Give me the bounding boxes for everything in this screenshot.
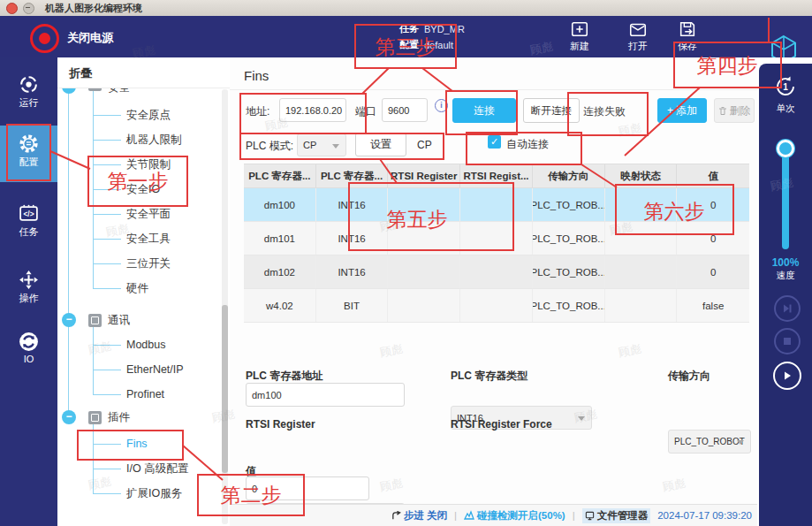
auto-connect-label: 自动连接 <box>506 137 549 152</box>
add-button[interactable]: +添加 <box>657 98 707 123</box>
power-button[interactable] <box>30 24 59 53</box>
tree-item-safety-io[interactable]: 安全IO <box>57 178 230 201</box>
tree-item-three-position-switch[interactable]: 三位开关 <box>57 252 230 275</box>
tree-node-communication[interactable]: − 通讯 <box>57 309 225 332</box>
step-forward-button[interactable] <box>774 295 801 322</box>
plc-mode-current-text: CP <box>417 139 432 151</box>
separator: | <box>573 510 575 521</box>
collapse-toggle-icon[interactable] <box>62 88 76 94</box>
play-button[interactable] <box>773 362 801 390</box>
add-button-label: 添加 <box>676 103 697 118</box>
run-control-panel: 1 单次 100% 速度 <box>759 64 812 526</box>
cell-rtsi-register <box>388 222 460 255</box>
tree-scrollbar-thumb[interactable] <box>222 305 228 473</box>
cell-map-state <box>605 222 678 255</box>
divider <box>230 89 757 90</box>
tree-item-robot-limit[interactable]: 机器人限制 <box>57 128 230 151</box>
speed-slider-handle[interactable] <box>777 140 794 157</box>
table-row[interactable]: dm102 INT16 PLC_TO_ROB... 0 <box>244 255 749 289</box>
cell-direction: PLC_TO_ROB... <box>533 188 605 221</box>
tree-item-modbus[interactable]: Modbus <box>57 333 230 356</box>
collapse-toggle-icon[interactable]: − <box>62 410 76 424</box>
tree-item-label: 安全平面 <box>126 207 171 222</box>
cell-rtsi-force <box>460 188 533 221</box>
form-label-rtsi-register: RTSI Register <box>246 418 315 431</box>
tree-item-extended-io-service[interactable]: 扩展IO服务 <box>57 482 230 505</box>
step-mode-status[interactable]: 步进 关闭 <box>391 509 447 522</box>
config-label: 配置 <box>399 38 419 51</box>
cell-direction: PLC_TO_ROB... <box>533 255 605 288</box>
plc-address-input[interactable]: dm100 <box>246 383 405 407</box>
table-row-selected[interactable]: dm100 INT16 PLC_TO_ROB... 0 <box>244 188 749 222</box>
tree-item-joint-limit[interactable]: 关节限制 <box>57 153 230 176</box>
power-icon <box>39 33 50 44</box>
cell-rtsi-register <box>388 255 460 288</box>
sidebar-item-config[interactable]: 配置 <box>0 126 57 182</box>
single-cycle-icon[interactable]: 1 <box>773 74 798 99</box>
tree-item-label: 三位开关 <box>126 256 171 271</box>
collapse-button[interactable]: 折叠 <box>69 65 92 81</box>
table-row[interactable]: dm101 INT16 PLC_TO_ROB... 0 <box>244 222 749 255</box>
disconnect-button[interactable]: 断开连接 <box>523 98 580 123</box>
sidebar-item-run[interactable]: 运行 <box>0 70 57 121</box>
auto-connect-checkbox[interactable]: ✓ <box>488 135 501 149</box>
column-header[interactable]: PLC 寄存器... <box>316 164 389 187</box>
tree-item-label: 关节限制 <box>126 157 171 172</box>
tree-item-label: Modbus <box>126 339 165 351</box>
port-input[interactable]: 9600 <box>382 98 428 122</box>
right-column: 1 单次 100% 速度 <box>757 57 812 526</box>
tree-node-clipped: 安全 <box>57 88 216 96</box>
tree-item-hardware[interactable]: 硬件 <box>57 277 230 300</box>
tree-item-safety-tool[interactable]: 安全工具 <box>57 227 230 250</box>
column-header[interactable]: 传输方向 <box>533 164 605 187</box>
open-button[interactable]: 打开 <box>615 19 661 53</box>
safety-group-icon <box>88 88 102 91</box>
delete-button[interactable]: 删除 <box>714 98 755 123</box>
table-row[interactable]: w4.02 BIT PLC_TO_ROB... false <box>244 289 749 323</box>
value-input[interactable]: 0 <box>246 476 369 500</box>
cell-value: 0 <box>677 188 749 221</box>
collapse-toggle-icon[interactable]: − <box>62 313 76 327</box>
step-arrow-icon <box>391 511 401 521</box>
set-button[interactable]: 设置 <box>355 133 406 156</box>
stop-button[interactable] <box>774 328 801 354</box>
address-input[interactable]: 192.168.0.20 <box>279 98 346 122</box>
trash-icon <box>718 106 727 116</box>
direction-select[interactable]: PLC_TO_ROBOT <box>668 430 751 454</box>
tree-item-safety-origin[interactable]: 安全原点 <box>57 103 230 126</box>
column-header[interactable]: RTSI Register <box>388 164 460 187</box>
collision-detect-status[interactable]: 碰撞检测开启(50%) <box>464 509 565 522</box>
connect-button[interactable]: 连接 <box>452 98 516 123</box>
new-button[interactable]: 新建 <box>557 19 603 53</box>
save-button[interactable]: 保存 <box>664 19 710 53</box>
speed-slider[interactable] <box>782 143 789 249</box>
config-tree-panel: 折叠 安全 安全原点 机器人限制 关节限制 安全IO 安全平面 安全工具 三位开… <box>57 57 231 526</box>
io-cycle-icon <box>18 331 40 353</box>
tree-scrollbar[interactable] <box>222 89 228 524</box>
sidebar-item-operate[interactable]: 操作 <box>0 265 57 316</box>
tree-node-plugin[interactable]: − 插件 <box>57 406 225 429</box>
delete-button-label: 删除 <box>730 103 751 118</box>
sidebar-run-label: 运行 <box>0 96 57 110</box>
tree-item-io-advanced-config[interactable]: I/O 高级配置 <box>57 457 230 480</box>
column-header[interactable]: RTSI Regist... <box>460 164 533 187</box>
plugin-group-icon <box>88 411 102 424</box>
column-header[interactable]: 值 <box>677 164 749 187</box>
window-close-button[interactable] <box>6 3 18 14</box>
tree-item-fins[interactable]: Fins <box>57 432 230 455</box>
tree-item-ethernet-ip[interactable]: EtherNet/IP <box>57 358 230 381</box>
run-icon <box>18 73 40 95</box>
tree-item-label: Profinet <box>126 388 164 400</box>
column-header[interactable]: PLC 寄存器... <box>244 164 316 187</box>
info-icon[interactable]: i <box>435 99 448 112</box>
tree-item-safety-plane[interactable]: 安全平面 <box>57 202 230 225</box>
sidebar-config-label: 配置 <box>0 156 57 169</box>
file-manager-button[interactable]: 文件管理器 <box>582 508 651 523</box>
window-minimize-button[interactable] <box>23 3 34 14</box>
speed-label: 速度 <box>759 270 812 282</box>
sidebar-item-task[interactable]: </> 任务 <box>0 199 57 250</box>
sidebar-item-io[interactable]: IO <box>0 327 57 378</box>
column-header[interactable]: 映射状态 <box>605 164 678 187</box>
tree-item-profinet[interactable]: Profinet <box>57 383 230 406</box>
plc-mode-select[interactable]: CP <box>297 133 346 156</box>
